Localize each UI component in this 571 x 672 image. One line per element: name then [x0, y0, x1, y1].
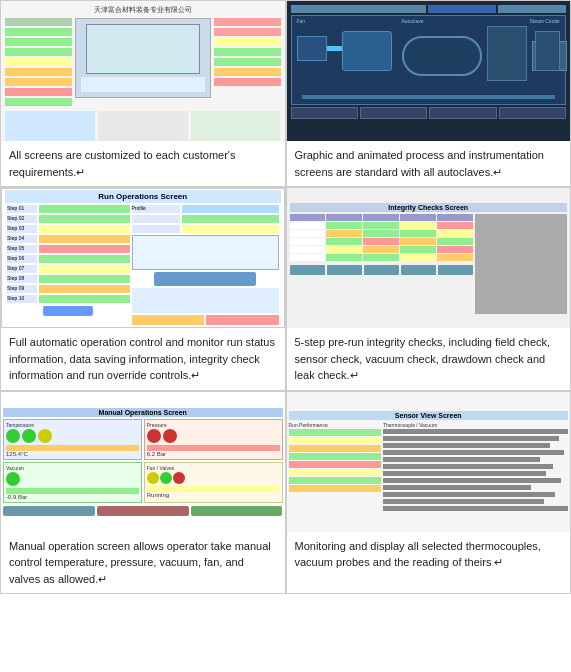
screen-5: Manual Operations Screen Temperature 125… [1, 392, 285, 532]
caption-6: Monitoring and display all selected ther… [287, 532, 571, 577]
screen-4: Integrity Checks Screen [287, 188, 571, 328]
screen-1: 天津富合材料装备专业有限公司 [1, 1, 285, 141]
screen6-title: Sensor View Screen [289, 411, 569, 420]
cell-2: Fan Autoclave Steam Cooler Graphic and a… [286, 0, 572, 187]
caption-5: Manual operation screen allows operator … [1, 532, 285, 594]
screen1-title: 天津富合材料装备专业有限公司 [5, 5, 281, 15]
screen-6: Sensor View Screen Run Performance [287, 392, 571, 532]
caption-2: Graphic and animated process and instrum… [287, 141, 571, 186]
screen-3: Run Operations Screen Step 01 Step 02 St… [1, 188, 285, 328]
cell-5: Manual Operations Screen Temperature 125… [0, 391, 286, 595]
screen3-title: Run Operations Screen [5, 190, 281, 203]
screen4-title: Integrity Checks Screen [290, 203, 568, 212]
cell-3: Run Operations Screen Step 01 Step 02 St… [0, 187, 286, 391]
cell-1: 天津富合材料装备专业有限公司 [0, 0, 286, 187]
screen-2: Fan Autoclave Steam Cooler [287, 1, 571, 141]
caption-4: 5-step pre-run integrity checks, includi… [287, 328, 571, 390]
cell-4: Integrity Checks Screen [286, 187, 572, 391]
main-grid: 天津富合材料装备专业有限公司 [0, 0, 571, 594]
screen5-title: Manual Operations Screen [3, 408, 283, 417]
caption-3: Full automatic operation control and mon… [1, 328, 285, 390]
cell-6: Sensor View Screen Run Performance [286, 391, 572, 595]
caption-1: All screens are customized to each custo… [1, 141, 285, 186]
